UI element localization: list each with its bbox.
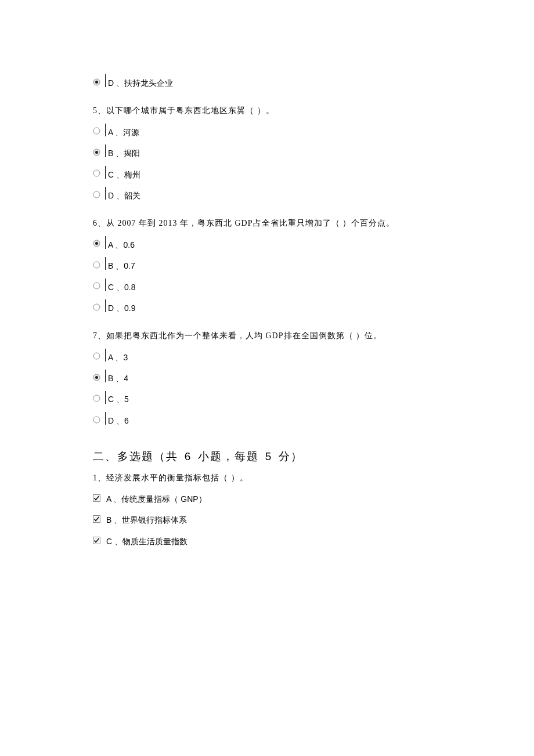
option-row[interactable]: A 、传统度量指标（ GNP） [93,491,441,504]
section-prefix: 二、多选题（共 [93,450,178,462]
option-label: C 、5 [108,393,129,406]
option-label: D 、韶关 [108,189,140,202]
checkbox-checked-icon [93,494,100,502]
svg-point-16 [93,417,100,423]
svg-point-14 [95,376,98,379]
option-row[interactable]: C 、5 [93,392,441,404]
radio-unselected-icon [93,395,100,402]
option-label: B 、揭阳 [108,147,140,160]
option-label: A 、0.6 [108,238,135,251]
radio-selected-icon [93,374,100,381]
option-row[interactable]: C 、物质生活质量指数 [93,534,441,547]
svg-point-15 [93,395,100,401]
radio-unselected-icon [93,416,100,424]
divider-icon [105,257,106,270]
radio-unselected-icon [93,127,100,135]
option-row[interactable]: B 、揭阳 [93,146,441,158]
question-stem: 7、如果把粤东西北作为一个整体来看，人均 GDP排在全国倒数第（ ）位。 [93,330,441,342]
checkbox-checked-icon [93,515,100,523]
radio-selected-icon [93,78,100,86]
option-label: A 、3 [108,351,128,364]
divider-icon [105,187,106,200]
svg-point-6 [93,191,100,198]
question-stem: 6、从 2007 年到 2013 年，粤东西北 GDP占全省比重只增加了（ ）个… [93,217,441,230]
svg-point-1 [95,81,98,84]
question-5: 5、以下哪个城市属于粤东西北地区东翼（ ）。 A 、河源 B 、揭阳 C 、梅州… [93,104,441,201]
radio-unselected-icon [93,261,100,269]
section-suffix: 分） [279,450,303,462]
option-row[interactable]: A 、0.6 [93,237,441,250]
divider-icon [105,144,106,157]
radio-selected-icon [93,149,100,156]
question-stem: 1、经济发展水平的衡量指标包括（ ）。 [93,472,441,484]
option-row[interactable]: C 、0.8 [93,280,441,292]
divider-icon [105,124,106,136]
section-mid: 小题，每题 [198,450,259,462]
divider-icon [105,412,106,425]
option-row[interactable]: A 、3 [93,350,441,363]
option-label: D 、0.9 [108,302,135,314]
section-count: 6 [185,450,192,462]
divider-icon [105,370,106,382]
option-label: B 、0.7 [108,259,135,272]
svg-point-4 [95,151,98,154]
option-label: D 、扶持龙头企业 [108,77,173,89]
svg-point-8 [95,242,98,245]
svg-point-5 [93,170,100,176]
option-row[interactable]: B 、0.7 [93,258,441,271]
option-label: C 、物质生活质量指数 [106,535,187,548]
radio-unselected-icon [93,191,100,198]
option-row[interactable]: D 、0.9 [93,301,441,313]
option-row[interactable]: B 、4 [93,371,441,384]
question-stem: 5、以下哪个城市属于粤东西北地区东翼（ ）。 [93,104,441,117]
option-label: D 、6 [108,414,129,427]
mc-question-1: 1、经济发展水平的衡量指标包括（ ）。 A 、传统度量指标（ GNP） B 、世… [93,472,441,547]
section-points: 5 [265,450,273,462]
svg-point-9 [93,262,100,268]
radio-unselected-icon [93,352,100,360]
divider-icon [105,278,106,291]
option-row[interactable]: C 、梅州 [93,167,441,180]
radio-unselected-icon [93,282,100,290]
option-row[interactable]: D 、扶持龙头企业 [93,75,441,88]
question-4-partial: D 、扶持龙头企业 [93,75,441,88]
option-row[interactable]: B 、世界银行指标体系 [93,512,441,525]
svg-point-11 [93,304,100,310]
svg-point-12 [93,353,100,359]
divider-icon [105,74,106,87]
radio-selected-icon [93,240,100,247]
radio-unselected-icon [93,169,100,177]
option-label: A 、河源 [108,126,139,139]
divider-icon [105,299,106,312]
option-row[interactable]: A 、河源 [93,125,441,138]
option-row[interactable]: D 、韶关 [93,188,441,201]
checkbox-checked-icon [93,537,100,544]
option-label: B 、世界银行指标体系 [106,513,187,526]
option-label: C 、梅州 [108,168,140,181]
divider-icon [105,166,106,179]
radio-unselected-icon [93,303,100,311]
svg-point-10 [93,283,100,289]
section-2-header: 二、多选题（共 6 小题，每题 5 分） [93,448,441,465]
option-row[interactable]: D 、6 [93,413,441,426]
divider-icon [105,349,106,361]
divider-icon [105,236,106,249]
option-label: A 、传统度量指标（ GNP） [106,493,207,505]
option-label: C 、0.8 [108,281,135,294]
divider-icon [105,391,106,404]
question-7: 7、如果把粤东西北作为一个整体来看，人均 GDP排在全国倒数第（ ）位。 A 、… [93,330,441,426]
option-label: B 、4 [108,372,128,385]
question-6: 6、从 2007 年到 2013 年，粤东西北 GDP占全省比重只增加了（ ）个… [93,217,441,313]
svg-point-2 [93,128,100,134]
